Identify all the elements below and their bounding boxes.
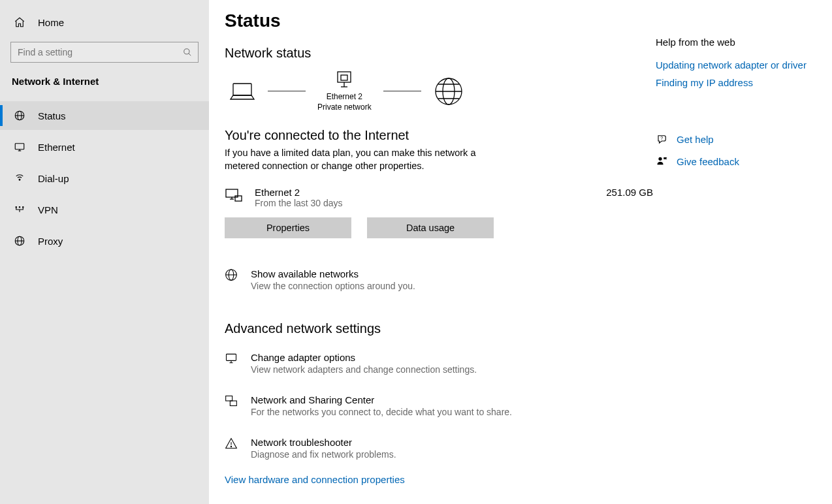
item-desc: Diagnose and fix network problems. (251, 449, 396, 460)
search-input[interactable] (10, 42, 199, 63)
connected-title: You're connected to the Internet (225, 128, 656, 143)
ethernet-nic-icon (225, 187, 243, 205)
sidebar-nav: Status Ethernet Dial-up (0, 101, 209, 255)
search-container (0, 34, 209, 72)
change-adapter-options[interactable]: Change adapter options View network adap… (225, 352, 656, 375)
svg-point-10 (19, 207, 20, 208)
adapter-card-sub: From the last 30 days (255, 198, 343, 208)
svg-rect-30 (227, 354, 236, 361)
page-title: Status (225, 10, 656, 31)
sidebar-item-proxy[interactable]: Proxy (0, 227, 209, 255)
adapter-card-usage: 251.09 GB (606, 187, 656, 198)
network-diagram: Ethernet 2 Private network (229, 70, 656, 112)
sharing-icon (225, 394, 238, 407)
svg-rect-33 (226, 396, 232, 402)
help-rail: Help from the web Updating network adapt… (656, 10, 819, 494)
get-help-icon: ? (656, 133, 669, 146)
diagram-adapter-type: Private network (317, 102, 372, 113)
sidebar-item-label: Proxy (38, 236, 63, 247)
warning-icon (225, 437, 238, 450)
main-content: Status Network status (209, 0, 832, 504)
home-button[interactable]: Home (0, 10, 209, 34)
svg-point-8 (19, 179, 20, 180)
svg-text:?: ? (660, 136, 663, 140)
sidebar-item-status[interactable]: Status (0, 101, 209, 130)
diagram-adapter-label: Ethernet 2 Private network (317, 92, 372, 112)
view-hardware-link[interactable]: View hardware and connection properties (225, 474, 405, 485)
svg-point-9 (16, 207, 17, 208)
svg-rect-34 (230, 401, 236, 406)
diagram-line (383, 91, 421, 91)
available-networks-title: Show available networks (251, 268, 415, 279)
get-help[interactable]: ? Get help (656, 133, 819, 146)
item-title: Network troubleshooter (251, 437, 396, 448)
svg-rect-17 (341, 75, 347, 80)
diagram-line (268, 91, 306, 91)
category-title: Network & Internet (0, 72, 209, 101)
sidebar: Home Network & Internet Status (0, 0, 209, 504)
adapter-settings-icon (225, 352, 238, 365)
globe-small-icon (225, 268, 238, 281)
rail-link-ip-address[interactable]: Finding my IP address (656, 77, 819, 88)
data-usage-button[interactable]: Data usage (367, 217, 494, 238)
sidebar-item-label: Dial-up (38, 173, 69, 184)
ethernet-icon (13, 140, 26, 153)
rail-heading: Help from the web (656, 37, 819, 48)
home-icon (13, 16, 26, 29)
item-desc: View network adapters and change connect… (251, 364, 477, 375)
get-help-label: Get help (677, 134, 714, 145)
give-feedback-label: Give feedback (677, 156, 739, 167)
network-troubleshooter[interactable]: Network troubleshooter Diagnose and fix … (225, 437, 656, 460)
adapter-icon (334, 70, 354, 89)
network-status-heading: Network status (225, 46, 656, 61)
show-available-networks[interactable]: Show available networks View the connect… (225, 268, 656, 291)
sidebar-item-ethernet[interactable]: Ethernet (0, 133, 209, 161)
sidebar-item-label: Status (38, 110, 66, 121)
adapter-card-name: Ethernet 2 (255, 187, 343, 198)
network-sharing-center[interactable]: Network and Sharing Center For the netwo… (225, 394, 656, 417)
laptop-icon (229, 80, 256, 102)
item-desc: For the networks you connect to, decide … (251, 407, 512, 417)
svg-point-38 (658, 157, 662, 161)
advanced-heading: Advanced network settings (225, 321, 656, 336)
sidebar-item-label: VPN (38, 204, 58, 215)
vpn-icon (13, 203, 26, 216)
properties-button[interactable]: Properties (225, 217, 351, 238)
sidebar-item-dialup[interactable]: Dial-up (0, 164, 209, 193)
adapter-summary-row: Ethernet 2 From the last 30 days 251.09 … (225, 187, 656, 208)
sidebar-item-label: Ethernet (38, 142, 75, 153)
home-label: Home (38, 17, 64, 28)
proxy-icon (13, 234, 26, 247)
svg-rect-5 (15, 144, 24, 150)
available-networks-desc: View the connection options around you. (251, 281, 415, 291)
svg-point-36 (231, 447, 231, 447)
rail-link-adapter-driver[interactable]: Updating network adapter or driver (656, 59, 819, 71)
svg-point-11 (23, 207, 24, 208)
dialup-icon (13, 172, 26, 185)
feedback-icon (656, 155, 669, 168)
globe-icon (433, 76, 464, 107)
svg-rect-15 (233, 84, 251, 95)
item-title: Network and Sharing Center (251, 394, 512, 405)
connected-desc: If you have a limited data plan, you can… (225, 147, 492, 172)
status-icon (13, 109, 26, 122)
item-title: Change adapter options (251, 352, 477, 363)
sidebar-item-vpn[interactable]: VPN (0, 195, 209, 224)
svg-rect-26 (235, 196, 242, 201)
diagram-adapter-name: Ethernet 2 (317, 92, 372, 102)
give-feedback[interactable]: Give feedback (656, 155, 819, 168)
